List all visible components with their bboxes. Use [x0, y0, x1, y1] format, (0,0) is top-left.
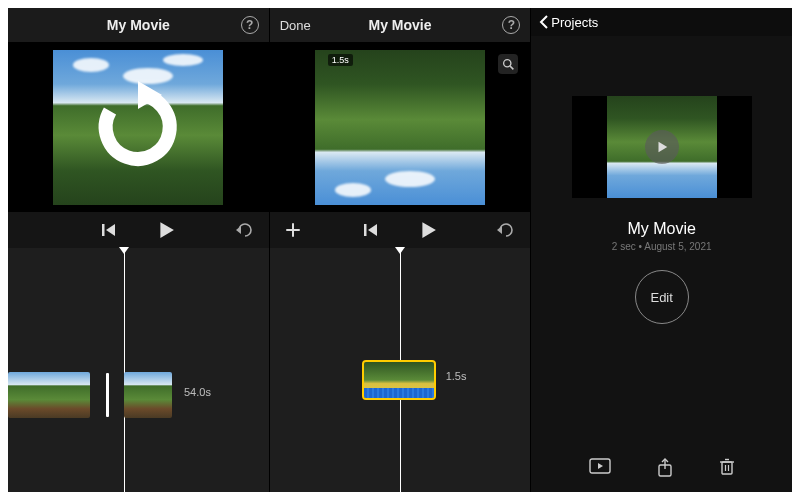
title: My Movie	[369, 17, 432, 33]
skip-back-icon[interactable]	[363, 222, 379, 238]
svg-marker-13	[658, 142, 667, 153]
chevron-left-icon	[539, 15, 549, 29]
panel-editor-flipped: Done My Movie ? 1.5s	[269, 8, 531, 492]
edit-label: Edit	[650, 290, 672, 305]
skip-back-icon[interactable]	[101, 222, 117, 238]
timeline[interactable]: 1.5s	[270, 248, 531, 492]
title: My Movie	[107, 17, 170, 33]
clip-left[interactable]	[8, 372, 90, 418]
undo-icon[interactable]	[496, 222, 516, 238]
svg-line-6	[510, 66, 513, 69]
project-thumbnail[interactable]	[572, 96, 752, 198]
project-actions	[531, 458, 792, 478]
clip-duration-label: 1.5s	[446, 370, 467, 382]
play-icon[interactable]	[419, 221, 437, 239]
help-icon[interactable]: ?	[241, 16, 259, 34]
header: My Movie ?	[8, 8, 269, 42]
panel-projects: Projects My Movie 2 sec • August 5, 2021…	[530, 8, 792, 492]
svg-marker-3	[161, 222, 175, 238]
help-icon[interactable]: ?	[502, 16, 520, 34]
panel-editor-rotate: My Movie ?	[8, 8, 269, 492]
svg-marker-4	[236, 226, 241, 234]
preview-thumbnail	[53, 50, 223, 205]
play-icon[interactable]	[157, 221, 175, 239]
svg-point-5	[503, 59, 510, 66]
transport-bar	[270, 212, 531, 248]
clip-right[interactable]	[124, 372, 172, 418]
svg-rect-9	[364, 224, 367, 236]
undo-icon[interactable]	[235, 222, 255, 238]
zoom-button[interactable]	[498, 54, 518, 74]
svg-marker-2	[106, 224, 115, 236]
preview-duration-badge: 1.5s	[328, 54, 353, 66]
add-icon[interactable]	[284, 221, 302, 239]
app-frame: My Movie ?	[0, 0, 800, 500]
project-title: My Movie	[627, 220, 695, 238]
trash-icon[interactable]	[719, 458, 735, 478]
svg-marker-11	[422, 222, 436, 238]
done-button[interactable]: Done	[280, 18, 311, 33]
magnifier-icon	[502, 58, 515, 71]
play-outline-icon[interactable]	[589, 458, 611, 478]
preview-area[interactable]: 1.5s	[270, 42, 531, 212]
back-label: Projects	[551, 15, 598, 30]
svg-marker-15	[598, 463, 603, 469]
rotate-icon[interactable]	[88, 77, 188, 177]
header: Done My Movie ?	[270, 8, 531, 42]
share-icon[interactable]	[657, 458, 673, 478]
preview-area[interactable]	[8, 42, 269, 212]
preview-thumbnail	[315, 50, 485, 205]
svg-marker-12	[497, 226, 502, 234]
projects-back[interactable]: Projects	[531, 8, 792, 36]
timeline[interactable]: 54.0s	[8, 248, 269, 492]
split-marker[interactable]	[106, 373, 109, 417]
clip-duration-label: 54.0s	[184, 386, 211, 398]
edit-button[interactable]: Edit	[635, 270, 689, 324]
projects-body: My Movie 2 sec • August 5, 2021 Edit	[531, 36, 792, 492]
svg-rect-18	[722, 462, 732, 474]
transport-bar	[8, 212, 269, 248]
svg-rect-1	[102, 224, 105, 236]
project-meta: 2 sec • August 5, 2021	[612, 241, 712, 252]
clip-selected[interactable]	[364, 362, 434, 398]
playhead[interactable]	[124, 248, 125, 492]
svg-marker-10	[368, 224, 377, 236]
play-overlay-icon[interactable]	[645, 130, 679, 164]
